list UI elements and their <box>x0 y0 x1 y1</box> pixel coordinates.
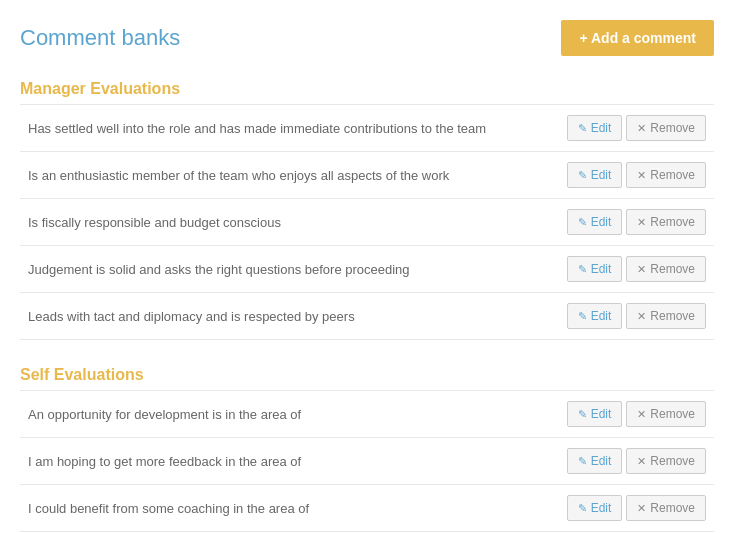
remove-button[interactable]: ✕Remove <box>626 401 706 427</box>
sections-container: Manager EvaluationsHas settled well into… <box>20 74 714 533</box>
remove-label: Remove <box>650 168 695 182</box>
header: Comment banks + Add a comment <box>20 20 714 56</box>
comment-actions: ✎Edit✕Remove <box>554 485 714 532</box>
remove-button[interactable]: ✕Remove <box>626 256 706 282</box>
edit-icon: ✎ <box>578 122 587 135</box>
edit-label: Edit <box>591 407 612 421</box>
edit-label: Edit <box>591 168 612 182</box>
table-row: Has settled well into the role and has m… <box>20 105 714 152</box>
comment-table-self-evaluations: An opportunity for development is in the… <box>20 390 714 533</box>
remove-icon: ✕ <box>637 455 646 468</box>
edit-icon: ✎ <box>578 263 587 276</box>
edit-button[interactable]: ✎Edit <box>567 115 623 141</box>
table-row: I am hoping to get more feedback in the … <box>20 438 714 485</box>
remove-icon: ✕ <box>637 263 646 276</box>
remove-label: Remove <box>650 262 695 276</box>
edit-label: Edit <box>591 309 612 323</box>
comment-text: Is fiscally responsible and budget consc… <box>20 199 554 246</box>
page-container: Comment banks + Add a comment Manager Ev… <box>0 0 734 533</box>
edit-button[interactable]: ✎Edit <box>567 303 623 329</box>
edit-icon: ✎ <box>578 310 587 323</box>
comment-actions: ✎Edit✕Remove <box>554 152 714 199</box>
remove-button[interactable]: ✕Remove <box>626 209 706 235</box>
edit-icon: ✎ <box>578 169 587 182</box>
comment-actions: ✎Edit✕Remove <box>554 105 714 152</box>
remove-label: Remove <box>650 454 695 468</box>
remove-icon: ✕ <box>637 169 646 182</box>
comment-actions: ✎Edit✕Remove <box>554 246 714 293</box>
comment-actions: ✎Edit✕Remove <box>554 199 714 246</box>
remove-label: Remove <box>650 309 695 323</box>
edit-label: Edit <box>591 454 612 468</box>
comment-actions: ✎Edit✕Remove <box>554 293 714 340</box>
edit-label: Edit <box>591 121 612 135</box>
comment-text: An opportunity for development is in the… <box>20 391 554 438</box>
comment-actions: ✎Edit✕Remove <box>554 391 714 438</box>
edit-button[interactable]: ✎Edit <box>567 256 623 282</box>
remove-button[interactable]: ✕Remove <box>626 303 706 329</box>
remove-icon: ✕ <box>637 310 646 323</box>
table-row: Is an enthusiastic member of the team wh… <box>20 152 714 199</box>
edit-icon: ✎ <box>578 216 587 229</box>
table-row: Is fiscally responsible and budget consc… <box>20 199 714 246</box>
remove-button[interactable]: ✕Remove <box>626 115 706 141</box>
comment-text: Judgement is solid and asks the right qu… <box>20 246 554 293</box>
edit-button[interactable]: ✎Edit <box>567 495 623 521</box>
remove-button[interactable]: ✕Remove <box>626 495 706 521</box>
remove-button[interactable]: ✕Remove <box>626 162 706 188</box>
page-title: Comment banks <box>20 25 180 51</box>
edit-label: Edit <box>591 215 612 229</box>
comment-table-manager-evaluations: Has settled well into the role and has m… <box>20 104 714 340</box>
remove-icon: ✕ <box>637 502 646 515</box>
table-row: An opportunity for development is in the… <box>20 391 714 438</box>
add-comment-button[interactable]: + Add a comment <box>561 20 714 56</box>
edit-label: Edit <box>591 262 612 276</box>
remove-label: Remove <box>650 215 695 229</box>
comment-text: I am hoping to get more feedback in the … <box>20 438 554 485</box>
table-row: I could benefit from some coaching in th… <box>20 485 714 532</box>
comment-text: Is an enthusiastic member of the team wh… <box>20 152 554 199</box>
edit-button[interactable]: ✎Edit <box>567 448 623 474</box>
edit-icon: ✎ <box>578 502 587 515</box>
remove-label: Remove <box>650 501 695 515</box>
table-row: Leads with tact and diplomacy and is res… <box>20 293 714 340</box>
edit-label: Edit <box>591 501 612 515</box>
table-row: Judgement is solid and asks the right qu… <box>20 246 714 293</box>
section-title-self-evaluations: Self Evaluations <box>20 360 714 390</box>
comment-actions: ✎Edit✕Remove <box>554 438 714 485</box>
edit-icon: ✎ <box>578 455 587 468</box>
remove-icon: ✕ <box>637 216 646 229</box>
comment-text: Leads with tact and diplomacy and is res… <box>20 293 554 340</box>
comment-text: Has settled well into the role and has m… <box>20 105 554 152</box>
remove-label: Remove <box>650 121 695 135</box>
remove-icon: ✕ <box>637 122 646 135</box>
edit-button[interactable]: ✎Edit <box>567 209 623 235</box>
edit-icon: ✎ <box>578 408 587 421</box>
edit-button[interactable]: ✎Edit <box>567 162 623 188</box>
section-title-manager-evaluations: Manager Evaluations <box>20 74 714 104</box>
comment-text: I could benefit from some coaching in th… <box>20 485 554 532</box>
remove-icon: ✕ <box>637 408 646 421</box>
edit-button[interactable]: ✎Edit <box>567 401 623 427</box>
remove-label: Remove <box>650 407 695 421</box>
remove-button[interactable]: ✕Remove <box>626 448 706 474</box>
